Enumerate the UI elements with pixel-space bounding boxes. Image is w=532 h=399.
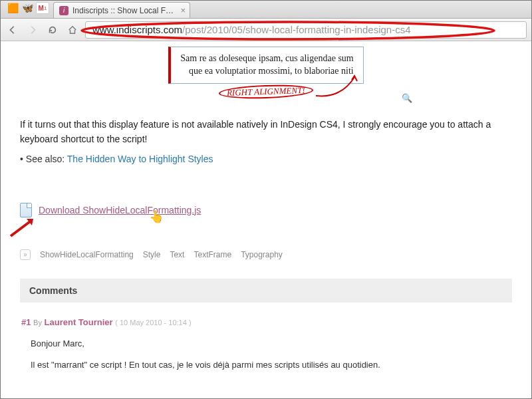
comment-date: ( 10 May 2010 - 10:14 ) <box>115 319 191 327</box>
comment-body: Bonjour Marc, Il est "marrant" ce script… <box>21 336 511 372</box>
comment-meta: #1 By Laurent Tournier ( 10 May 2010 - 1… <box>21 317 511 327</box>
browser-tab[interactable]: i Indiscripts :: Show Local F… × <box>53 2 190 18</box>
tab-title: Indiscripts :: Show Local F… <box>72 6 174 15</box>
sample-line: Sam re as doleseque ipsam, cus aligendae… <box>180 53 353 65</box>
comment-number: #1 <box>21 317 31 327</box>
article-paragraph: If it turns out that this display featur… <box>20 117 512 147</box>
comment: #1 By Laurent Tournier ( 10 May 2010 - 1… <box>20 317 512 372</box>
download-link[interactable]: Download ShowHideLocalFormatting.js <box>39 205 201 215</box>
reload-button[interactable] <box>45 23 60 37</box>
tag-link[interactable]: Typography <box>241 250 283 259</box>
handwriting-annotation: RIGHT ALIGNMENT! <box>219 85 313 98</box>
tag-link[interactable]: ShowHideLocalFormatting <box>40 250 134 259</box>
browser-toolbar: www.indiscripts.com/post/2010/05/show-lo… <box>0 19 532 41</box>
comments-header: Comments <box>20 279 512 303</box>
tags-row: » ShowHideLocalFormatting Style Text Tex… <box>20 249 512 260</box>
see-also: • See also: The Hidden Way to Highlight … <box>20 154 512 164</box>
browser-tab-strip: 🟧 🦋 M1 i Indiscripts :: Show Local F… × <box>0 0 532 19</box>
comment-by-label: By <box>33 319 42 327</box>
tag-link[interactable]: TextFrame <box>194 250 231 259</box>
close-icon[interactable]: × <box>180 5 186 15</box>
magnifier-icon[interactable]: 🔍 <box>402 93 412 103</box>
annotation-arrow <box>8 215 41 239</box>
back-button[interactable] <box>5 23 20 37</box>
see-also-link[interactable]: The Hidden Way to Highlight Styles <box>67 154 213 164</box>
url-path: /post/2010/05/show-local-formatting-in-i… <box>182 24 411 35</box>
app-icon[interactable]: 🟧 <box>7 2 19 14</box>
favicon: i <box>59 6 68 15</box>
forward-button <box>25 23 40 37</box>
cursor-pointer-icon: 👆 <box>149 209 164 224</box>
page-content: Sam re as doleseque ipsam, cus aligendae… <box>0 41 532 399</box>
sample-figure: Sam re as doleseque ipsam, cus aligendae… <box>20 47 512 98</box>
home-button[interactable] <box>65 23 80 37</box>
app-icon[interactable]: 🦋 <box>21 2 33 14</box>
address-bar[interactable]: www.indiscripts.com/post/2010/05/show-lo… <box>85 21 527 39</box>
dock-shortcuts: 🟧 🦋 M1 <box>3 2 53 18</box>
tags-icon: » <box>20 249 31 260</box>
comment-author[interactable]: Laurent Tournier <box>45 317 113 327</box>
download-block: Download ShowHideLocalFormatting.js 👆 <box>20 203 512 217</box>
url-host: www.indiscripts.com <box>92 24 182 35</box>
gmail-icon[interactable]: M1 <box>36 2 49 14</box>
tag-link[interactable]: Text <box>170 250 184 259</box>
tag-link[interactable]: Style <box>143 250 161 259</box>
